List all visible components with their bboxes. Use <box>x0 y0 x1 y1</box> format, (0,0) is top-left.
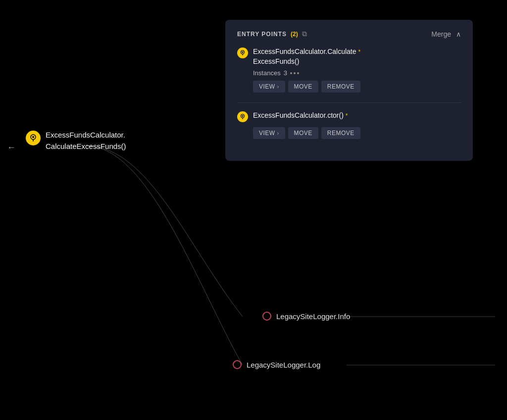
entry-1-name: ExcessFundsCalculator.Calculate * Excess… <box>253 47 360 66</box>
legacy-info-node: LegacySiteLogger.Info <box>262 312 350 321</box>
legacy-log-icon <box>233 360 242 369</box>
legacy-info-label: LegacySiteLogger.Info <box>276 312 350 321</box>
panel-header-right: Merge ∧ <box>431 30 461 38</box>
entry-2-actions: VIEW › MOVE REMOVE <box>253 127 461 139</box>
panel-title: ENTRY POINTS <box>237 31 287 38</box>
entry-1-view-button[interactable]: VIEW › <box>253 81 285 93</box>
panel-header: ENTRY POINTS (2) ⧉ Merge ∧ <box>237 30 461 38</box>
entry-2-move-button[interactable]: MOVE <box>288 127 318 139</box>
entry-1-header: ExcessFundsCalculator.Calculate * Excess… <box>237 47 461 66</box>
entry-item-1: ExcessFundsCalculator.Calculate * Excess… <box>237 47 461 93</box>
entry-2-view-button[interactable]: VIEW › <box>253 127 285 139</box>
main-node: ExcessFundsCalculator. CalculateExcessFu… <box>26 130 126 152</box>
svg-point-3 <box>32 136 34 138</box>
dot-1 <box>290 72 292 74</box>
entry-2-name: ExcessFundsCalculator.ctor() * <box>253 111 348 121</box>
entry2-view-chevron-icon: › <box>277 131 279 136</box>
canvas: ← ExcessFundsCalculator. CalculateExcess… <box>0 0 507 420</box>
divider <box>237 102 461 103</box>
dot-3 <box>297 72 299 74</box>
merge-button[interactable]: Merge <box>431 30 451 38</box>
entry-2-icon <box>237 111 248 122</box>
dot-2 <box>294 72 296 74</box>
entry-item-2: ExcessFundsCalculator.ctor() * VIEW › MO… <box>237 111 461 139</box>
legacy-info-icon <box>262 312 271 321</box>
legacy-log-node: LegacySiteLogger.Log <box>233 360 320 369</box>
svg-point-9 <box>242 115 244 117</box>
instances-dots <box>290 72 299 74</box>
back-arrow[interactable]: ← <box>7 142 16 153</box>
legacy-log-label: LegacySiteLogger.Log <box>247 361 320 369</box>
entry-1-actions: VIEW › MOVE REMOVE <box>253 81 461 93</box>
entry-2-remove-button[interactable]: REMOVE <box>321 127 360 139</box>
entry-1-icon <box>237 47 248 58</box>
main-node-label: ExcessFundsCalculator. CalculateExcessFu… <box>46 130 126 152</box>
panel-title-group: ENTRY POINTS (2) ⧉ <box>237 30 307 38</box>
svg-point-6 <box>242 51 244 53</box>
entry-2-header: ExcessFundsCalculator.ctor() * <box>237 111 461 122</box>
copy-icon[interactable]: ⧉ <box>302 30 307 38</box>
entry-1-instances: Instances 3 <box>253 69 461 77</box>
view-chevron-icon: › <box>277 84 279 90</box>
entry-points-panel: ENTRY POINTS (2) ⧉ Merge ∧ <box>225 20 473 161</box>
panel-count: (2) <box>291 31 298 38</box>
entry-1-remove-button[interactable]: REMOVE <box>321 81 360 93</box>
entry-1-move-button[interactable]: MOVE <box>288 81 318 93</box>
collapse-icon[interactable]: ∧ <box>456 30 461 38</box>
main-node-icon <box>26 131 41 145</box>
